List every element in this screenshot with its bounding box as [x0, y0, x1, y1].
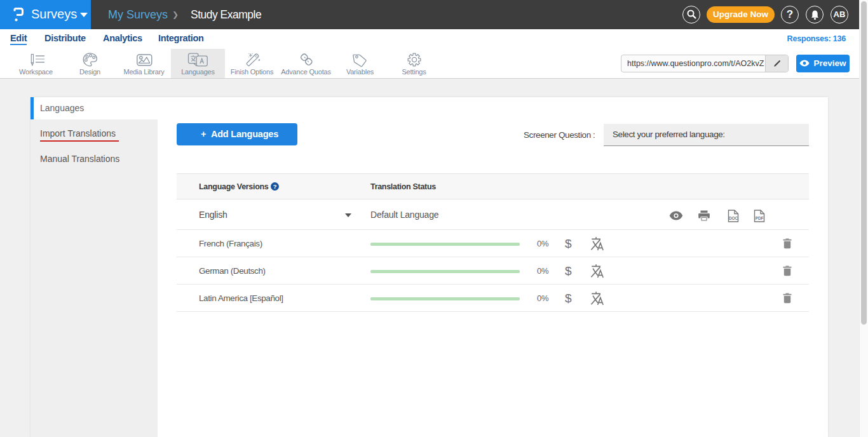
- svg-text:?: ?: [273, 183, 276, 190]
- svg-text:DOC: DOC: [729, 216, 738, 220]
- svg-text:PDF: PDF: [756, 216, 764, 220]
